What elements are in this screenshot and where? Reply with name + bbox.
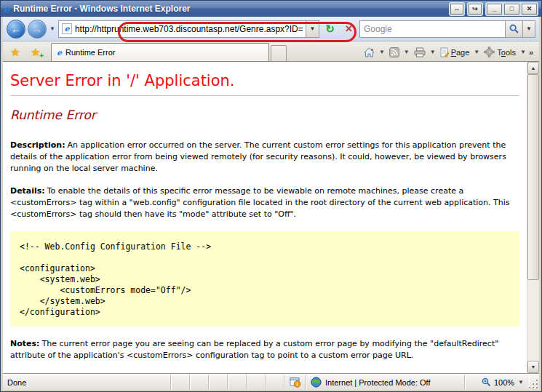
tab-favicon-icon: e (57, 49, 62, 57)
status-cell (171, 375, 190, 390)
history-dropdown-button[interactable]: ▼ (49, 25, 56, 32)
titlebar-extra-dock-button[interactable]: ↔ (450, 4, 463, 15)
tools-dropdown-button[interactable]: ▼ (519, 49, 527, 55)
rss-feeds-icon (389, 47, 399, 57)
page-title: Server Error in '/' Application. (10, 72, 519, 89)
zoom-dropdown-button[interactable]: ▼ (517, 379, 525, 385)
page-menu-label: Page (451, 48, 470, 57)
zoom-control[interactable]: 100% ▼ (465, 375, 529, 390)
back-arrow-icon: ← (11, 23, 21, 35)
gear-icon (484, 47, 495, 57)
search-go-button[interactable] (505, 20, 523, 38)
print-dropdown-button[interactable]: ▼ (429, 49, 437, 55)
page-menu-button[interactable]: Page (437, 44, 473, 60)
address-field[interactable]: e (58, 20, 306, 38)
feeds-dropdown-button[interactable]: ▼ (403, 49, 410, 55)
tab-bar: ★ ★ + e Runtime Error ▼ (3, 41, 539, 62)
toolbar-overflow-button[interactable]: » (527, 48, 535, 57)
forward-button[interactable]: → (28, 20, 47, 39)
command-bar: ▼ ▼ ▼ (361, 43, 536, 61)
code-line: <configuration> (20, 263, 515, 274)
notes-text: The current error page you are seeing ca… (10, 339, 498, 360)
tab-label: Runtime Error (65, 48, 115, 57)
tools-menu-button[interactable]: Tools (481, 44, 519, 60)
home-button[interactable] (361, 44, 378, 60)
description-paragraph: Description:An application error occurre… (10, 140, 519, 175)
scroll-up-button[interactable]: ▲ (527, 62, 539, 74)
details-paragraph: Details:To enable the details of this sp… (10, 185, 519, 220)
title-bar[interactable]: e Runtime Error - Windows Internet Explo… (1, 1, 541, 17)
printer-icon (414, 47, 426, 57)
security-zone-text: Internet | Protected Mode: Off (325, 378, 431, 387)
maximize-button[interactable]: □ (504, 4, 519, 15)
notes-paragraph: Notes:The current error page you are see… (10, 338, 519, 361)
web-config-code-block: <!-- Web.Config Configuration File --> <… (10, 231, 519, 327)
resize-grip[interactable] (529, 375, 539, 390)
security-report-cell[interactable]: ! (284, 375, 306, 390)
code-line (20, 252, 515, 263)
search-dropdown-button[interactable]: ▼ (523, 20, 535, 38)
tools-menu-label: Tools (497, 48, 516, 57)
code-line: </system.web> (20, 296, 515, 307)
search-icon (509, 24, 519, 33)
page-dropdown-button[interactable]: ▼ (473, 49, 480, 55)
code-line: </configuration> (20, 307, 515, 318)
status-cell (190, 375, 209, 390)
close-icon: ✕ (527, 6, 533, 12)
plus-icon: + (39, 52, 44, 60)
browser-viewport: Server Error in '/' Application. Runtime… (3, 62, 539, 374)
vertical-scrollbar[interactable]: ▲ ▼ (527, 62, 539, 373)
status-cell (209, 375, 228, 390)
dock-arrows-icon: ↔ (454, 6, 461, 12)
error-subtitle: Runtime Error (10, 108, 519, 122)
zoom-magnifier-icon (482, 377, 491, 387)
close-button[interactable]: ✕ (522, 4, 537, 15)
page-icon (440, 47, 449, 57)
home-icon (364, 47, 375, 57)
favorites-button[interactable]: ★ (6, 43, 25, 61)
description-label: Description: (10, 140, 65, 150)
internet-globe-icon (311, 377, 322, 388)
navigation-bar: ← → ▼ e ▼ ↻ ✕ (3, 17, 539, 41)
address-bar: e ▼ (58, 20, 319, 38)
search-input[interactable] (359, 20, 505, 38)
security-zone-cell[interactable]: Internet | Protected Mode: Off (306, 375, 465, 390)
security-report-icon: ! (290, 377, 301, 388)
search-box: ▼ (359, 20, 535, 38)
address-dropdown-button[interactable]: ▼ (306, 20, 319, 38)
stop-button[interactable]: ✕ (340, 20, 357, 38)
browser-window: e Runtime Error - Windows Internet Explo… (0, 0, 542, 392)
favorites-star-icon: ★ (10, 46, 20, 59)
scroll-down-button[interactable]: ▼ (527, 361, 539, 373)
home-dropdown-button[interactable]: ▼ (378, 49, 386, 55)
status-bar: Done ! Internet | (3, 374, 539, 390)
back-button[interactable]: ← (7, 20, 25, 39)
url-input[interactable] (75, 24, 303, 34)
new-tab-button[interactable] (271, 45, 287, 61)
refresh-icon: ↻ (325, 23, 335, 36)
notes-label: Notes: (10, 339, 39, 348)
error-page: Server Error in '/' Application. Runtime… (3, 62, 527, 373)
status-cell (247, 375, 266, 390)
feeds-button[interactable] (386, 44, 402, 60)
status-text: Done (3, 375, 171, 390)
minimize-button[interactable]: _ (487, 4, 502, 15)
ie-logo-icon: e (4, 4, 9, 14)
status-cell (228, 375, 247, 390)
code-line: <system.web> (20, 274, 515, 285)
details-text: To enable the details of this specific e… (10, 186, 510, 219)
maximize-icon: □ (510, 6, 514, 12)
description-text: An application error occurred on the ser… (10, 140, 506, 173)
page-favicon-icon: e (62, 23, 72, 34)
print-button[interactable] (411, 44, 429, 60)
scrollbar-thumb[interactable] (527, 74, 539, 280)
tab-runtime-error[interactable]: e Runtime Error (51, 43, 269, 61)
titlebar-extra-popout-button[interactable]: ↪ (469, 4, 482, 15)
window-title: Runtime Error - Windows Internet Explore… (13, 4, 449, 14)
details-label: Details: (10, 186, 45, 196)
code-line: <customErrors mode="Off"/> (20, 285, 515, 296)
minimize-icon: _ (493, 6, 496, 12)
svg-text:!: ! (296, 382, 298, 387)
refresh-button[interactable]: ↻ (322, 20, 338, 38)
add-favorite-button[interactable]: ★ + (26, 43, 45, 61)
